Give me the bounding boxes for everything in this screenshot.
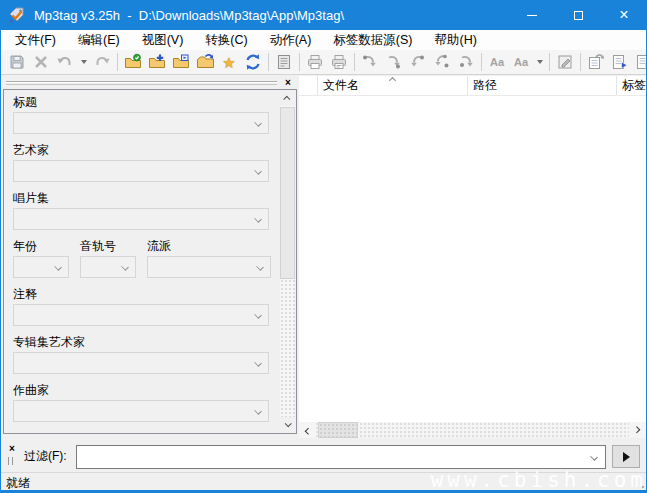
filter-grip[interactable]: [8, 457, 13, 465]
menu-file[interactable]: 文件(F): [4, 30, 67, 50]
close-button[interactable]: ×: [601, 0, 647, 30]
tag-panel-close-button[interactable]: ×: [281, 77, 295, 89]
column-header-tag[interactable]: 标签: [617, 76, 646, 95]
minimize-button[interactable]: [509, 0, 555, 30]
file-list-header: 文件名 路径 标签: [299, 76, 646, 96]
menu-help[interactable]: 帮助(H): [424, 30, 488, 50]
toolbar-separator: [268, 53, 269, 71]
save-icon: [8, 53, 26, 71]
tag-panel-scrollbar[interactable]: [280, 91, 295, 432]
copy-tag-button[interactable]: [382, 51, 406, 73]
maximize-button[interactable]: [555, 0, 601, 30]
hscrollbar-thumb[interactable]: [318, 422, 358, 438]
change-directory-button[interactable]: [121, 51, 145, 73]
comment-label: 注释: [13, 287, 274, 301]
paste-tag-button[interactable]: [406, 51, 430, 73]
add-directory-button[interactable]: [145, 51, 169, 73]
file-list-hscrollbar[interactable]: [299, 422, 646, 438]
filter-input[interactable]: [79, 447, 583, 467]
filter-apply-button[interactable]: [612, 445, 640, 468]
chevron-right-icon: [633, 426, 640, 433]
albumartist-field: 专辑集艺术家: [13, 335, 274, 374]
actions-doc-icon: [587, 53, 605, 71]
menu-view[interactable]: 视图(V): [131, 30, 195, 50]
printer-icon: [306, 53, 324, 71]
parent-directory-button[interactable]: [193, 51, 217, 73]
toolbar-separator: [580, 53, 581, 71]
tag-panel-content: 标题 艺术家 唱片集: [13, 95, 274, 433]
comment-combobox[interactable]: [13, 304, 269, 326]
actions-button[interactable]: [584, 51, 608, 73]
title-combobox[interactable]: [13, 112, 269, 134]
albumartist-label: 专辑集艺术家: [13, 335, 274, 349]
scroll-up-button[interactable]: [280, 91, 295, 106]
chevron-up-icon: [283, 96, 290, 103]
menu-edit[interactable]: 编辑(E): [67, 30, 131, 50]
artist-combobox[interactable]: [13, 160, 269, 182]
column-header-path[interactable]: 路径: [468, 76, 617, 95]
tag-copy-button[interactable]: [430, 51, 454, 73]
track-combobox[interactable]: [80, 256, 136, 278]
genre-combobox[interactable]: [147, 256, 271, 278]
minimize-icon: [527, 15, 537, 16]
composer-combobox[interactable]: [13, 400, 269, 422]
titlebar[interactable]: Mp3tag v3.25h - D:\Downloads\Mp3tag\App\…: [0, 0, 647, 30]
comment-field: 注释: [13, 287, 274, 326]
main-area: × 标题 艺术家: [1, 75, 646, 438]
tag-to-filename-button[interactable]: [608, 51, 632, 73]
scroll-down-button[interactable]: [280, 417, 295, 432]
title-label: 标题: [13, 95, 274, 109]
toolbar-separator: [354, 53, 355, 71]
convert-case-options-button[interactable]: [533, 51, 546, 73]
album-combobox[interactable]: [13, 208, 269, 230]
window-title: Mp3tag v3.25h - D:\Downloads\Mp3tag\App\…: [34, 8, 344, 23]
undo-options-button[interactable]: [77, 51, 90, 73]
artist-field: 艺术家: [13, 143, 274, 182]
file-list-body[interactable]: [299, 97, 646, 422]
tag-to-filename-icon: [611, 53, 629, 71]
tag-paste-icon: [457, 53, 475, 71]
extended-tags-button[interactable]: [272, 51, 296, 73]
chevron-down-icon: [285, 420, 292, 427]
convert-case-button[interactable]: Aa: [485, 51, 509, 73]
cut-tag-button[interactable]: [358, 51, 382, 73]
undo-button[interactable]: [53, 51, 77, 73]
menu-actions[interactable]: 动作(A): [259, 30, 323, 50]
composer-label: 作曲家: [13, 383, 274, 397]
filter-close-button[interactable]: ×: [6, 443, 18, 455]
window-controls: ×: [509, 0, 647, 30]
close-icon: ×: [619, 7, 628, 23]
print-preview-button[interactable]: [327, 51, 351, 73]
playlist-button[interactable]: [169, 51, 193, 73]
tag-paste-button[interactable]: [454, 51, 478, 73]
print-button[interactable]: [303, 51, 327, 73]
scroll-right-button[interactable]: [629, 422, 646, 438]
filename-to-tag-button[interactable]: [632, 51, 646, 73]
toolbar-separator: [117, 53, 118, 71]
menu-tag-sources[interactable]: 标签数据源(S): [322, 30, 423, 50]
undo-icon: [56, 53, 74, 71]
redo-button[interactable]: [90, 51, 114, 73]
favorite-directories-button[interactable]: ★: [217, 51, 241, 73]
maximize-icon: [574, 11, 583, 20]
filter-bar: × 过滤(F):: [1, 438, 646, 472]
tag-copy-icon: [433, 53, 451, 71]
menu-convert[interactable]: 转换(C): [194, 30, 258, 50]
column-header-status[interactable]: [299, 76, 318, 95]
tag-panel-grip[interactable]: [6, 81, 277, 85]
resize-grip[interactable]: [642, 486, 644, 488]
edit-actions-button[interactable]: [553, 51, 577, 73]
folder-plus-icon: [148, 53, 166, 71]
cut-tag-icon: [361, 53, 379, 71]
scrollbar-thumb[interactable]: [280, 107, 295, 279]
filter-combobox[interactable]: [76, 445, 606, 469]
chevron-down-icon: [254, 407, 262, 415]
refresh-button[interactable]: [241, 51, 265, 73]
convert-case-alt-button[interactable]: Aa: [509, 51, 533, 73]
year-combobox[interactable]: [13, 256, 69, 278]
album-label: 唱片集: [13, 191, 274, 205]
save-tag-button[interactable]: [5, 51, 29, 73]
albumartist-combobox[interactable]: [13, 352, 269, 374]
scroll-left-button[interactable]: [299, 422, 316, 438]
remove-tag-button[interactable]: [29, 51, 53, 73]
